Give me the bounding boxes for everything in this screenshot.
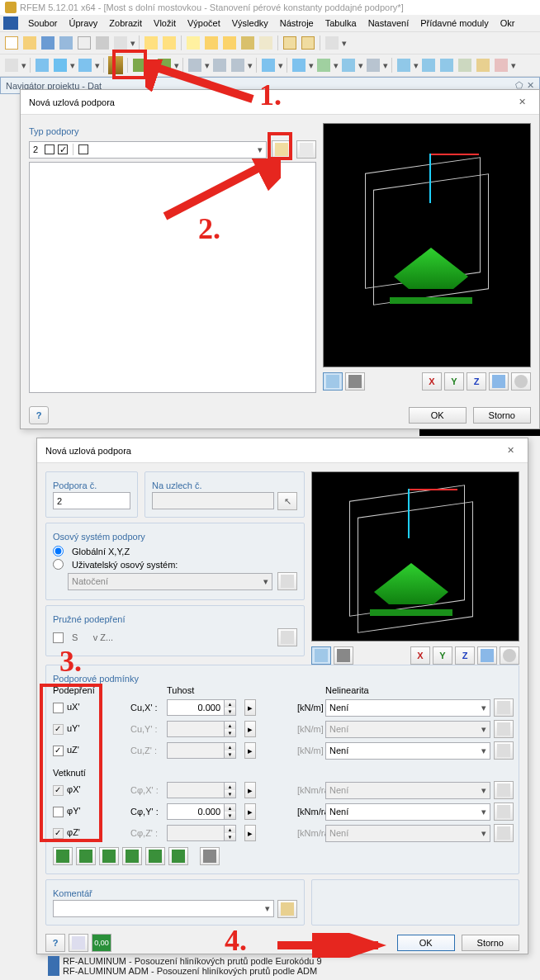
tb-undo-icon[interactable] — [143, 35, 159, 51]
menu-nastaveni[interactable]: Nastavení — [363, 17, 414, 30]
tb2-j-icon[interactable] — [420, 57, 437, 73]
tb2-load2-icon[interactable] — [156, 57, 173, 73]
menu-tabulka[interactable]: Tabulka — [320, 17, 362, 30]
tb-doc-icon[interactable] — [76, 35, 92, 51]
dlg2-preset2-icon[interactable] — [76, 847, 96, 865]
tb-table2-icon[interactable] — [300, 35, 316, 51]
dlg2-view-x-icon[interactable]: X — [410, 646, 430, 665]
tb-new-icon[interactable] — [3, 35, 20, 51]
dlg2-axis-user-row[interactable]: Uživatelský osový systém: — [53, 559, 297, 570]
dlg2-CphiY-input[interactable] — [167, 803, 225, 820]
tree-row-1[interactable]: RF-ALUMINUM - Posouzení hliníkových prut… — [63, 956, 322, 966]
tree-row-2[interactable]: RF-ALUMINUM ADM - Posouzení hliníkových … — [63, 966, 317, 976]
menu-vysledky[interactable]: Výsledky — [227, 17, 273, 30]
tb-print-icon[interactable] — [94, 35, 111, 51]
menu-vypocet[interactable]: Výpočet — [182, 17, 225, 30]
dlg1-view-zoom-icon[interactable] — [511, 372, 531, 391]
dlg2-ok-button[interactable]: OK — [397, 935, 455, 951]
tb-save-icon[interactable] — [40, 35, 56, 51]
dlg2-comment-lib-icon[interactable] — [277, 900, 297, 918]
tb2-grid-icon[interactable] — [3, 57, 20, 73]
dlg2-uX-nonlin-edit-icon[interactable] — [494, 698, 514, 717]
tb2-c-icon[interactable] — [230, 57, 246, 73]
dlg2-uZ-nonlin-edit-icon[interactable] — [494, 741, 514, 760]
dlg2-supportno-input[interactable] — [53, 492, 130, 509]
tb2-i-icon[interactable] — [396, 57, 412, 73]
tb2-line-icon[interactable] — [52, 57, 69, 73]
tb2-support-icon[interactable] — [107, 57, 124, 73]
menu-vlozit[interactable]: Vložit — [149, 17, 181, 30]
tb-saveas-icon[interactable] — [58, 35, 74, 51]
dlg2-preset7-icon[interactable] — [200, 847, 220, 865]
dlg2-view-iso-icon[interactable] — [311, 646, 331, 665]
menu-nastroje[interactable]: Nástroje — [275, 17, 319, 30]
tb-ray-icon[interactable] — [185, 35, 201, 51]
tb2-f-icon[interactable] — [315, 57, 332, 73]
tb2-l-icon[interactable] — [457, 57, 473, 73]
dlg2-preset1-icon[interactable] — [53, 847, 73, 865]
dlg2-phiY-nonlin-edit-icon[interactable] — [494, 802, 514, 821]
dlg2-uX-nonlin[interactable]: Není▾ — [325, 699, 490, 717]
dlg2-comment-input[interactable]: ▾ — [53, 900, 274, 917]
dlg2-axis-global-row[interactable]: Globální X,Y,Z — [53, 546, 297, 556]
dlg2-CuX-picker-icon[interactable]: ▸ — [244, 699, 256, 716]
dlg1-type-select[interactable]: 2 ✓ ▾ — [29, 141, 267, 159]
menu-zobrazit[interactable]: Zobrazit — [104, 17, 147, 30]
dlg2-close-icon[interactable]: ✕ — [502, 443, 519, 457]
tb2-k-icon[interactable] — [438, 57, 455, 73]
dlg2-phiY-nonlin[interactable]: Není▾ — [325, 803, 490, 821]
tb-zoom-icon[interactable] — [203, 35, 220, 51]
dlg2-CphiY-picker-icon[interactable]: ▸ — [244, 803, 256, 820]
dlg2-view-3d-icon[interactable] — [477, 646, 497, 665]
dlg2-uZ-check[interactable] — [53, 746, 64, 756]
menu-soubor[interactable]: Soubor — [23, 17, 62, 30]
tb-preview-icon[interactable] — [112, 35, 129, 51]
tb2-h-icon[interactable] — [365, 57, 381, 73]
tb-open-icon[interactable] — [21, 35, 38, 51]
dlg2-phiY-check[interactable] — [53, 807, 64, 817]
dlg1-edit-icon[interactable] — [296, 140, 316, 159]
dlg2-axis-global-radio[interactable] — [53, 546, 64, 556]
dlg1-list-area[interactable] — [29, 162, 316, 393]
tb-redo-icon[interactable] — [161, 35, 178, 51]
dlg2-axis-user-radio[interactable] — [53, 559, 64, 570]
dlg2-preset4-icon[interactable] — [122, 847, 142, 865]
dlg2-view-z-icon[interactable]: Z — [455, 646, 475, 665]
tb2-member-icon[interactable] — [77, 57, 93, 73]
tb2-m-icon[interactable] — [475, 57, 491, 73]
tb2-g-icon[interactable] — [340, 57, 357, 73]
dlg1-view-z-icon[interactable]: Z — [467, 372, 486, 391]
tb-table-icon[interactable] — [282, 35, 298, 51]
dlg1-ok-button[interactable]: OK — [409, 407, 467, 424]
dlg2-preset6-icon[interactable] — [168, 847, 188, 865]
tb2-n-icon[interactable] — [493, 57, 509, 73]
dlg2-onnodes-input[interactable] — [152, 492, 274, 509]
menu-pridavne[interactable]: Přídavné moduly — [415, 17, 494, 30]
dlg2-uZ-nonlin[interactable]: Není▾ — [325, 742, 490, 760]
menu-upravy[interactable]: Úpravy — [64, 17, 102, 30]
dlg1-view-flat-icon[interactable] — [345, 372, 365, 391]
dlg2-help-icon[interactable]: ? — [45, 934, 65, 952]
tb2-a-icon[interactable] — [187, 57, 203, 73]
dlg2-units-icon[interactable]: 0,00 — [92, 934, 111, 952]
dlg1-view-iso-icon[interactable] — [323, 372, 343, 391]
dlg2-axis-edit-icon[interactable] — [277, 572, 297, 590]
dlg2-pick-nodes-icon[interactable]: ↖ — [277, 492, 297, 510]
dlg2-preset3-icon[interactable] — [99, 847, 119, 865]
dlg2-spring-check[interactable] — [53, 632, 64, 643]
dlg2-view-flat-icon[interactable] — [334, 646, 353, 665]
menu-okno[interactable]: Okr — [495, 17, 520, 30]
dlg1-view-x-icon[interactable]: X — [422, 372, 442, 391]
tb2-node-icon[interactable] — [34, 57, 50, 73]
tb2-b-icon[interactable] — [211, 57, 228, 73]
dlg2-spring-edit-icon[interactable] — [277, 628, 297, 646]
tb-clip-icon[interactable] — [258, 35, 274, 51]
dlg1-view-y-icon[interactable]: Y — [444, 372, 464, 391]
tb-dd-icon[interactable] — [324, 35, 340, 51]
dlg2-edit2-icon[interactable] — [69, 934, 88, 952]
dlg2-preset5-icon[interactable] — [145, 847, 165, 865]
dlg1-cancel-button[interactable]: Storno — [473, 407, 531, 424]
dlg1-close-icon[interactable]: ✕ — [514, 95, 531, 109]
tb-select-icon[interactable] — [239, 35, 256, 51]
tb2-load1-icon[interactable] — [131, 57, 148, 73]
